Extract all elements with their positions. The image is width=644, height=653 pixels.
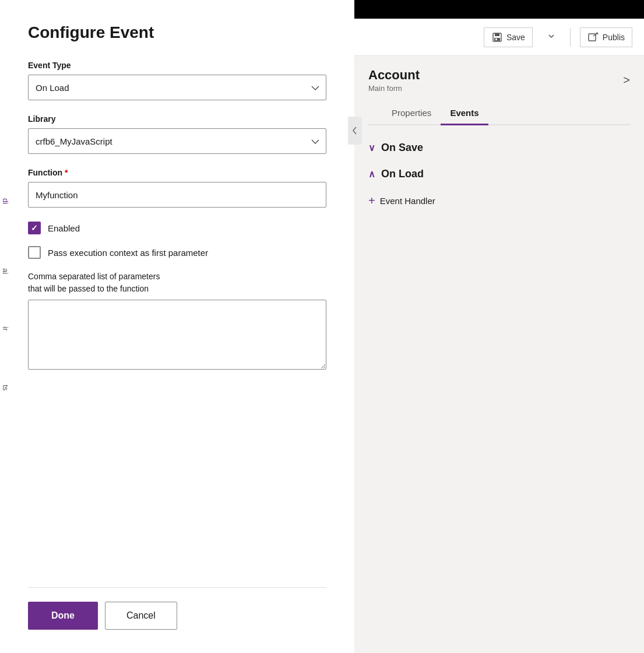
on-load-header[interactable]: ∧ On Load xyxy=(368,168,630,180)
event-type-select-wrapper: On Load On Save On Change xyxy=(28,75,326,100)
event-handler-row[interactable]: + Event Handler xyxy=(354,187,644,215)
function-field: Function* xyxy=(28,168,326,208)
account-subtitle: Main form xyxy=(368,84,420,93)
tab-events[interactable]: Events xyxy=(441,102,488,125)
chevron-right-icon: > xyxy=(623,73,630,86)
cancel-button[interactable]: Cancel xyxy=(105,602,177,630)
library-select[interactable]: crfb6_MyJavaScript xyxy=(28,128,326,154)
checkmark-icon: ✓ xyxy=(31,223,38,233)
event-type-field: Event Type On Load On Save On Change xyxy=(28,61,326,100)
dialog-footer: Done Cancel xyxy=(28,587,326,630)
plus-icon: + xyxy=(368,194,375,208)
svg-rect-1 xyxy=(495,33,499,36)
library-field: Library crfb6_MyJavaScript xyxy=(28,114,326,154)
svg-rect-3 xyxy=(495,38,497,40)
event-type-select[interactable]: On Load On Save On Change xyxy=(28,75,326,100)
on-save-chevron-icon: ∨ xyxy=(368,142,375,153)
library-label: Library xyxy=(28,114,326,124)
on-save-header[interactable]: ∨ On Save xyxy=(368,142,630,154)
pass-context-row: Pass execution context as first paramete… xyxy=(28,246,326,259)
save-button[interactable]: Save xyxy=(484,27,533,47)
toolbar-divider xyxy=(570,28,571,47)
enabled-row: ✓ Enabled xyxy=(28,222,326,234)
done-button[interactable]: Done xyxy=(28,602,98,630)
enabled-label: Enabled xyxy=(48,223,80,233)
required-indicator: * xyxy=(65,168,68,177)
account-section: Account Main form > Properties Events xyxy=(354,56,644,125)
save-icon xyxy=(491,31,503,43)
dropdown-chevron-icon xyxy=(547,31,556,41)
enabled-checkbox[interactable]: ✓ xyxy=(28,222,41,234)
dialog-title: Configure Event xyxy=(28,23,326,42)
event-handler-label: Event Handler xyxy=(380,196,435,206)
tab-properties[interactable]: Properties xyxy=(382,102,441,125)
params-field: Comma separated list of parametersthat w… xyxy=(28,271,326,372)
account-title: Account xyxy=(368,68,420,83)
pass-context-label: Pass execution context as first paramete… xyxy=(48,248,208,258)
event-type-label: Event Type xyxy=(28,61,326,70)
edge-label-ai: ai xyxy=(0,268,10,274)
pass-context-checkbox[interactable] xyxy=(28,246,41,259)
function-label: Function* xyxy=(28,168,326,177)
on-save-title: On Save xyxy=(381,142,423,154)
dropdown-arrow-button[interactable] xyxy=(542,29,561,45)
on-load-group: ∧ On Load xyxy=(354,161,644,187)
publish-icon xyxy=(587,31,599,43)
publish-label: Publis xyxy=(603,33,625,42)
params-label: Comma separated list of parametersthat w… xyxy=(28,271,326,295)
events-section: ∨ On Save ∧ On Load + Event Handler xyxy=(354,125,644,224)
on-load-chevron-icon: ∧ xyxy=(368,168,375,180)
on-load-title: On Load xyxy=(381,168,424,180)
edge-label-sir: ir xyxy=(0,326,10,331)
toolbar: Save Publis xyxy=(354,19,644,56)
expand-button[interactable]: > xyxy=(623,73,630,87)
params-textarea[interactable] xyxy=(28,300,326,370)
edge-label-ts: ts xyxy=(0,385,10,391)
configure-event-dialog: di ai ir ts Configure Event Event Type O… xyxy=(0,0,354,653)
right-panel: Save Publis Account Main form > xyxy=(354,0,644,653)
library-select-wrapper: crfb6_MyJavaScript xyxy=(28,128,326,154)
publish-button[interactable]: Publis xyxy=(580,27,632,47)
edge-label-di: di xyxy=(0,198,10,204)
collapse-panel-button[interactable] xyxy=(348,117,362,145)
on-save-group: ∨ On Save xyxy=(354,135,644,161)
app-header xyxy=(354,0,644,19)
right-tabs: Properties Events xyxy=(368,102,630,125)
collapse-chevron-icon xyxy=(352,126,358,135)
save-label: Save xyxy=(506,33,525,42)
function-input[interactable] xyxy=(28,182,326,208)
